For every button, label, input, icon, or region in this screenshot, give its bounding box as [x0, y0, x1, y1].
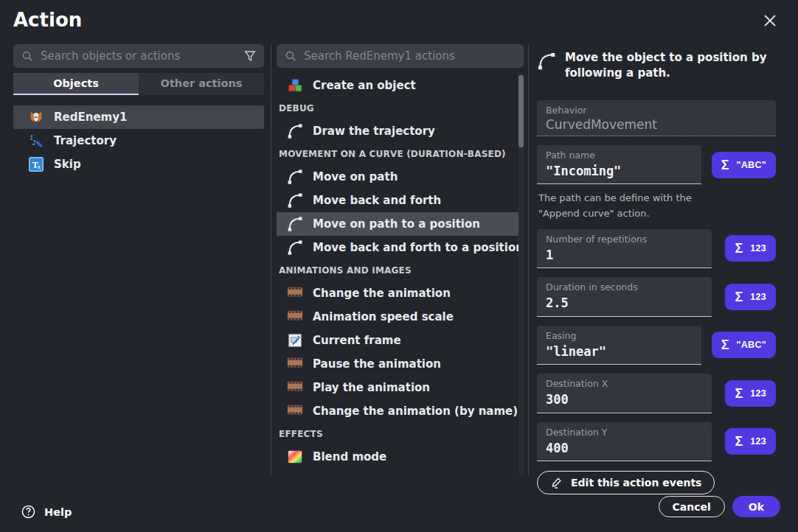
dialog-title: Action — [13, 9, 82, 31]
field-row-number-of-repetitions: Number of repetitions1Σ123 — [537, 229, 776, 269]
edit-action-events-button[interactable]: Edit this action events — [537, 471, 715, 494]
expression-type-label: 123 — [750, 292, 766, 302]
sigma-icon: Σ — [735, 242, 743, 255]
expression-editor-button-duration-in-seconds[interactable]: Σ123 — [725, 284, 776, 310]
action-item-label: Pause the animation — [313, 357, 441, 371]
blend-mode-icon — [287, 449, 303, 465]
close-icon[interactable] — [761, 12, 779, 29]
object-item-redenemy1[interactable]: RedEnemy1 — [13, 105, 264, 129]
field-label: Duration in seconds — [546, 281, 703, 294]
curve-icon — [287, 216, 303, 232]
field-row-duration-in-seconds: Duration in seconds2.5Σ123 — [537, 277, 776, 317]
field-value: CurvedMovement — [546, 117, 767, 132]
film-strip-icon — [287, 356, 303, 372]
field-value: 2.5 — [546, 294, 703, 312]
field-value: 400 — [546, 439, 703, 458]
action-item-label: Move back and forth to a position — [313, 241, 524, 254]
action-item-current-frame[interactable]: Current frame — [277, 329, 524, 352]
action-item-change-the-animation[interactable]: Change the animation — [277, 281, 524, 305]
scrollbar-thumb[interactable] — [518, 75, 524, 147]
action-item-play-the-animation[interactable]: Play the animation — [277, 376, 524, 399]
text-object-icon: Tx — [28, 156, 44, 172]
field-row-easing: Easing"linear"Σ"ABC" — [537, 326, 776, 365]
field-row-behavior: BehaviorCurvedMovement — [537, 100, 776, 136]
expression-editor-button-destination-y[interactable]: Σ123 — [725, 428, 776, 455]
actions-search-input[interactable] — [304, 49, 516, 63]
field-value: 300 — [546, 391, 703, 409]
action-item-draw-the-trajectory[interactable]: Draw the trajectory — [277, 119, 524, 143]
action-description: Move the object to a position by followi… — [537, 50, 776, 81]
field-label: Number of repetitions — [546, 234, 703, 246]
action-list: Create an objectDEBUGDraw the trajectory… — [277, 74, 524, 475]
destination-y-field[interactable]: Destination Y400 — [537, 422, 712, 462]
objects-search-input[interactable] — [41, 49, 237, 63]
duration-in-seconds-field[interactable]: Duration in seconds2.5 — [537, 277, 712, 317]
trajectory-object-icon — [28, 133, 44, 149]
action-item-pause-the-animation[interactable]: Pause the animation — [277, 352, 524, 376]
actions-panel: Create an objectDEBUGDraw the trajectory… — [277, 44, 524, 475]
object-item-label: Trajectory — [54, 134, 117, 147]
help-label: Help — [44, 506, 72, 518]
objects-search[interactable] — [13, 44, 264, 68]
action-item-label: Play the animation — [313, 381, 430, 394]
field-label: Destination X — [546, 378, 703, 391]
cancel-button[interactable]: Cancel — [659, 496, 725, 517]
action-item-move-back-and-forth[interactable]: Move back and forth — [277, 189, 524, 212]
dialog-actions: Cancel Ok — [659, 496, 781, 517]
destination-x-field[interactable]: Destination X300 — [537, 374, 712, 413]
action-item-move-on-path-to-a-position[interactable]: Move on path to a position — [277, 212, 524, 236]
field-row-path-name: Path name"Incoming"Σ"ABC" — [537, 145, 776, 185]
tab-other-actions[interactable]: Other actions — [139, 73, 264, 95]
expression-editor-button-easing[interactable]: Σ"ABC" — [712, 332, 776, 358]
sigma-icon: Σ — [735, 290, 743, 304]
object-item-skip[interactable]: TxSkip — [13, 153, 264, 176]
easing-field[interactable]: Easing"linear" — [537, 326, 701, 365]
curve-icon — [287, 169, 303, 185]
curve-icon — [537, 52, 556, 71]
expression-editor-button-path-name[interactable]: Σ"ABC" — [712, 152, 776, 178]
search-icon — [21, 49, 34, 63]
action-item-label: Move on path — [313, 170, 398, 183]
field-value: "linear" — [546, 343, 693, 361]
film-strip-icon — [287, 309, 303, 325]
object-item-label: Skip — [54, 158, 81, 171]
action-item-label: Blend mode — [313, 450, 386, 463]
field-value: "Incoming" — [546, 162, 693, 181]
object-item-trajectory[interactable]: Trajectory — [13, 129, 264, 153]
objects-panel: Objects Other actions RedEnemy1Trajector… — [13, 44, 264, 475]
ok-button[interactable]: Ok — [732, 496, 780, 517]
sigma-icon: Σ — [735, 435, 743, 448]
create-object-icon — [287, 77, 303, 94]
pencil-icon — [550, 476, 563, 489]
number-of-repetitions-field[interactable]: Number of repetitions1 — [537, 229, 712, 269]
expression-editor-button-number-of-repetitions[interactable]: Σ123 — [725, 235, 776, 262]
film-strip-icon — [287, 403, 303, 419]
sigma-icon: Σ — [721, 338, 729, 351]
field-row-destination-x: Destination X300Σ123 — [537, 374, 776, 413]
parameter-fields: BehaviorCurvedMovementPath name"Incoming… — [537, 100, 776, 470]
path-name-field[interactable]: Path name"Incoming" — [537, 145, 701, 185]
help-icon — [21, 504, 36, 519]
action-item-label: Change the animation — [313, 287, 451, 300]
field-label: Destination Y — [546, 427, 703, 439]
curve-icon — [287, 239, 303, 256]
action-item-create-an-object[interactable]: Create an object — [277, 74, 524, 97]
action-item-move-on-path[interactable]: Move on path — [277, 165, 524, 189]
action-item-blend-mode[interactable]: Blend mode — [277, 445, 524, 469]
action-item-label: Move back and forth — [313, 194, 441, 207]
section-header-effects: EFFECTS — [277, 423, 524, 445]
action-item-animation-speed-scale[interactable]: Animation speed scale — [277, 305, 524, 329]
action-item-label: Change the animation (by name) — [313, 405, 518, 418]
expression-editor-button-destination-x[interactable]: Σ123 — [725, 380, 776, 407]
action-item-move-back-and-forth-to-a-position[interactable]: Move back and forth to a position — [277, 236, 524, 259]
field-helper-text: The path can be define with the "Append … — [538, 191, 714, 220]
field-row-destination-y: Destination Y400Σ123 — [537, 422, 776, 462]
help-link[interactable]: Help — [21, 504, 72, 519]
filter-icon[interactable] — [243, 49, 257, 63]
action-item-change-the-animation-by-name[interactable]: Change the animation (by name) — [277, 399, 524, 423]
parameters-panel: Move the object to a position by followi… — [537, 44, 776, 475]
expression-type-label: "ABC" — [737, 160, 766, 170]
sigma-icon: Σ — [735, 387, 743, 400]
tab-objects[interactable]: Objects — [13, 73, 139, 95]
actions-search[interactable] — [277, 44, 524, 68]
